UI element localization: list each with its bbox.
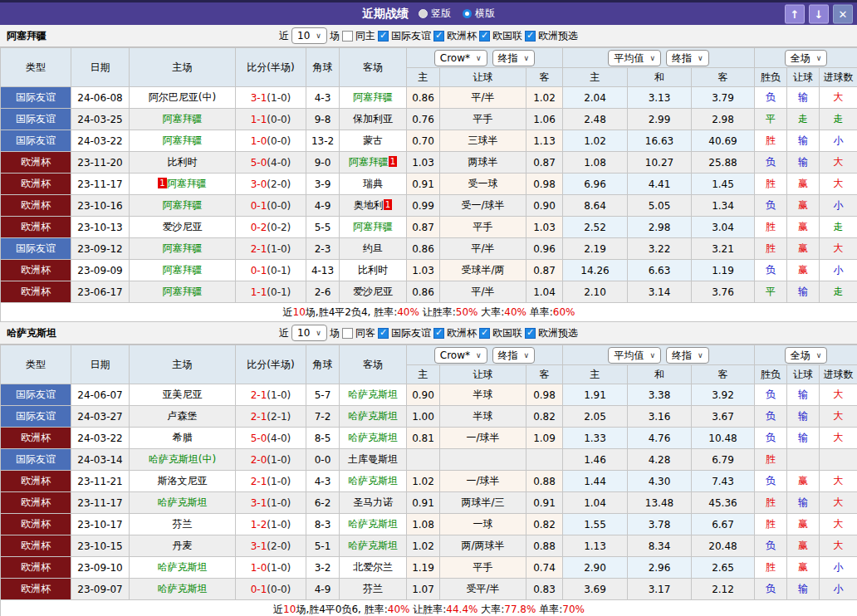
recent-count-select[interactable]: 10∨ (291, 325, 327, 341)
sub-column-header: 主 (407, 68, 440, 87)
column-header: 主场 (130, 48, 236, 87)
odds-stage-select[interactable]: 终指∨ (492, 347, 536, 364)
away-team-cell: 阿塞拜疆 (340, 87, 407, 109)
match-type-cell: 欧洲杯 (1, 260, 71, 281)
odds-cell (526, 449, 563, 471)
away-team-cell: 哈萨克斯坦 (340, 406, 407, 428)
move-down-button[interactable]: ↓ (809, 4, 829, 23)
match-type-cell: 欧洲杯 (1, 281, 71, 303)
league-checkbox-3[interactable] (525, 31, 536, 42)
table-row: 国际友谊 24-06-07 亚美尼亚 2-1(1-0) 5-7 哈萨克斯坦 0.… (1, 384, 857, 406)
close-icon: ✕ (839, 8, 848, 19)
average-odds-cell: 1.46 (563, 449, 628, 471)
odds-cell: 1.13 (526, 130, 563, 152)
matches-table: 类型日期主场比分(半场)角球客场 Crow*∨终指∨ 平均值∨终指∨ 全场∨ 主… (0, 345, 857, 616)
summary-row: 近10场,胜4平2负4, 胜率:40% 让胜率:50% 大率:40% 单率:60… (1, 303, 857, 322)
table-row: 欧洲杯 23-06-17 阿塞拜疆 1-1(0-1) 2-6 爱沙尼亚 0.86… (1, 281, 857, 303)
result-cell (787, 449, 820, 471)
result-cell (820, 449, 857, 471)
radio-icon[interactable] (419, 9, 428, 18)
column-header: 比分(半场) (236, 48, 306, 87)
date-cell: 23-10-15 (71, 535, 130, 557)
recent-count-select[interactable]: 10∨ (291, 27, 327, 44)
league-checkbox-3[interactable] (525, 328, 536, 339)
table-row: 欧洲杯 23-10-13 爱沙尼亚 0-2(0-2) 5-5 阿塞拜疆 0.87… (1, 217, 857, 238)
home-team-cell: 阿塞拜疆 (130, 130, 236, 152)
section-filter-bar: 阿塞拜疆 近 10∨ 场 同主国际友谊欧洲杯欧国联欧洲预选 (0, 25, 857, 47)
score-cell: 1-1(0-1) (236, 281, 306, 303)
chevron-down-icon: ∨ (816, 51, 822, 65)
move-up-button[interactable]: ↑ (785, 4, 805, 23)
average-select[interactable]: 平均值∨ (608, 347, 661, 364)
league-label: 欧洲预选 (538, 326, 578, 340)
bookmaker-select[interactable]: Crow*∨ (434, 347, 487, 364)
radio-vertical-layout[interactable]: 竖版 (419, 7, 451, 21)
same-venue-checkbox[interactable] (342, 31, 353, 42)
average-odds-cell: 1.04 (563, 492, 628, 514)
result-cell: 负 (755, 384, 787, 406)
league-checkbox-2[interactable] (479, 328, 490, 339)
result-cell: 大 (820, 87, 857, 109)
odds-group-header: Crow*∨终指∨ (407, 345, 563, 365)
sub-column-header: 让球 (787, 68, 820, 87)
league-checkbox-1[interactable] (433, 328, 444, 339)
team-name: 哈萨克斯坦(中) (149, 453, 216, 465)
team-name: 芬兰 (363, 583, 383, 594)
corners-cell: 4-13 (306, 260, 340, 281)
home-team-cell: 希腊 (130, 428, 236, 449)
fulltime-select[interactable]: 全场∨ (785, 50, 828, 66)
league-checkbox-2[interactable] (479, 31, 490, 42)
table-row: 欧洲杯 23-09-07 哈萨克斯坦 0-1(0-0) 4-9 芬兰 1.07受… (1, 579, 857, 600)
result-cell: 赢 (787, 195, 820, 217)
table-row: 欧洲杯 23-10-17 芬兰 1-2(1-0) 8-3 哈萨克斯坦 1.08一… (1, 514, 857, 535)
average-stage-select[interactable]: 终指∨ (666, 347, 709, 364)
average-select[interactable]: 平均值∨ (608, 50, 661, 66)
radio-icon-selected[interactable] (463, 9, 472, 18)
odds-cell: 0.82 (526, 514, 563, 535)
average-odds-cell: 10.48 (692, 428, 755, 449)
team-name: 哈萨克斯坦 (348, 389, 398, 400)
chevron-down-icon: ∨ (316, 29, 321, 42)
result-cell: 走 (820, 281, 857, 303)
corners-cell: 5-1 (306, 535, 340, 557)
recent-prefix: 近 (279, 29, 289, 43)
close-button[interactable]: ✕ (833, 4, 853, 23)
corners-cell: 4-3 (306, 471, 340, 492)
league-checkbox-1[interactable] (433, 31, 444, 42)
result-group-header: 全场∨ (755, 48, 857, 68)
table-row: 欧洲杯 23-11-17 1阿塞拜疆 3-0(2-0) 3-9 瑞典 0.91受… (1, 174, 857, 195)
fulltime-select[interactable]: 全场∨ (785, 347, 828, 364)
average-odds-cell: 6.67 (692, 514, 755, 535)
average-odds-cell: 1.19 (692, 260, 755, 281)
result-cell: 胜 (755, 217, 787, 238)
team-name: 哈萨克斯坦 (348, 432, 398, 443)
sub-column-header: 进球数 (820, 365, 857, 384)
sub-column-header: 让球 (440, 365, 526, 384)
radio-horizontal-layout[interactable]: 横版 (463, 7, 495, 21)
table-row: 国际友谊 24-06-08 阿尔巴尼亚(中) 3-1(1-0) 4-3 阿塞拜疆… (1, 87, 857, 109)
result-cell: 负 (755, 260, 787, 281)
bookmaker-select[interactable]: Crow*∨ (434, 50, 487, 66)
result-cell: 赢 (787, 174, 820, 195)
result-cell: 输 (787, 579, 820, 600)
result-cell: 走 (787, 109, 820, 130)
home-team-cell: 阿塞拜疆 (130, 109, 236, 130)
result-cell: 胜 (755, 514, 787, 535)
match-type-cell: 欧洲杯 (1, 217, 71, 238)
same-venue-checkbox[interactable] (342, 328, 353, 339)
team-name: 哈萨克斯坦 (348, 518, 398, 530)
score-cell: 3-0(2-0) (236, 174, 306, 195)
odds-cell: 平/半 (440, 87, 526, 109)
sub-column-header: 胜负 (755, 365, 787, 384)
odds-cell: 0.86 (407, 87, 440, 109)
league-checkbox-0[interactable] (378, 328, 389, 339)
odds-stage-select[interactable]: 终指∨ (492, 50, 536, 66)
date-cell: 24-03-25 (71, 109, 130, 130)
team-name: 比利时 (358, 264, 388, 276)
average-stage-select[interactable]: 终指∨ (666, 50, 709, 66)
league-checkbox-0[interactable] (378, 31, 389, 42)
sub-column-header: 进球数 (820, 68, 857, 87)
odds-cell: 0.91 (526, 492, 563, 514)
chevron-down-icon: ∨ (476, 349, 482, 362)
away-team-cell: 哈萨克斯坦 (340, 428, 407, 449)
